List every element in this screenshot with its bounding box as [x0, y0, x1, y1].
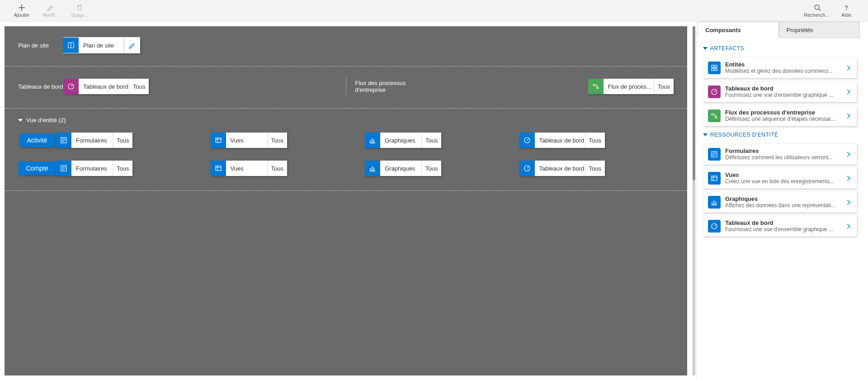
delete-button: Suppr...: [65, 2, 94, 20]
component-card[interactable]: Flux des processus d'entrepriseDéfinisse…: [703, 105, 857, 126]
entity-item-tile[interactable]: FormulairesTous: [56, 161, 132, 176]
dashboards-tile-label: Tableaux de bord: [79, 79, 129, 94]
pencil-icon: [47, 4, 54, 11]
sitemap-row: Plan de site Plan de site: [5, 26, 687, 66]
sitemap-tile[interactable]: Plan de site: [63, 37, 140, 53]
delete-label: Suppr...: [71, 12, 88, 18]
plus-icon: [18, 4, 25, 11]
dashboards-section-label: Tableaux de bord: [18, 83, 63, 90]
card-description: Modélisez et gérez des données commerci.…: [725, 68, 841, 74]
tile-label: Graphiques: [380, 133, 422, 148]
tile-badge: Tous: [422, 133, 441, 148]
tile-badge: Tous: [113, 161, 132, 176]
card-description: Définissez une séquence d'étapes nécessa…: [725, 116, 841, 122]
chart-icon: [365, 161, 380, 176]
chevron-down-icon: [18, 119, 23, 122]
card-description: Définissez comment les utilisateurs verr…: [725, 154, 841, 161]
canvas-area: Plan de site Plan de site Tableaux de bo…: [0, 22, 696, 380]
component-card[interactable]: Tableaux de bordFournissez une vue d'ens…: [703, 215, 857, 237]
card-title: Vues: [725, 171, 841, 178]
scrollbar[interactable]: [693, 26, 695, 375]
entity-item-tile[interactable]: VuesTous: [211, 161, 287, 176]
help-button[interactable]: Aide: [832, 2, 861, 20]
bpf-icon: [708, 109, 721, 122]
entity-item-tile[interactable]: Tableaux de bordTous: [519, 133, 605, 148]
chevron-right-icon: [841, 64, 852, 71]
tab-components[interactable]: Composants: [698, 22, 779, 38]
entity-section-header[interactable]: Vue d'entité (2): [5, 109, 687, 126]
component-card[interactable]: VuesCréez une vue en liste des enregistr…: [703, 167, 857, 189]
card-description: Créez une vue en liste des enregistremen…: [725, 178, 841, 185]
toolbar: Ajouter Modif... Suppr... Rechercher d..…: [0, 0, 868, 22]
view-icon: [708, 172, 721, 185]
bpf-tile[interactable]: Flux de proces... Tous: [588, 79, 674, 94]
tile-badge: Tous: [268, 161, 287, 176]
card-title: Formulaires: [725, 147, 841, 154]
card-description: Fournissez une vue d'ensemble graphique …: [725, 92, 841, 98]
dashboards-tile[interactable]: Tableaux de bord Tous: [63, 79, 149, 94]
chevron-right-icon: [841, 223, 852, 230]
entity-icon: [708, 62, 721, 74]
view-icon: [211, 161, 226, 176]
card-title: Graphiques: [725, 195, 841, 202]
card-description: Fournissez une vue d'ensemble graphique …: [725, 226, 841, 233]
sidebar-tabs: Composants Propriétés: [698, 22, 860, 38]
edit-sitemap-icon[interactable]: [124, 37, 140, 53]
tile-label: Tableaux de bord: [535, 161, 585, 176]
chevron-right-icon: [841, 88, 852, 95]
chevron-down-icon: [703, 133, 708, 136]
bpf-tile-label: Flux de proces...: [604, 79, 654, 94]
form-icon: [56, 161, 71, 176]
edit-button: Modif...: [36, 2, 65, 20]
card-title: Entités: [725, 61, 841, 68]
vertical-separator: [346, 77, 346, 95]
entity-item-tile[interactable]: Tableaux de bordTous: [519, 161, 605, 176]
sidebar-group-header[interactable]: ARTEFACTS: [702, 43, 858, 54]
dash-icon: [519, 133, 535, 148]
search-label: Rechercher d...: [804, 12, 831, 18]
tile-badge: Tous: [422, 161, 441, 176]
card-title: Flux des processus d'entreprise: [725, 109, 841, 116]
sidebar: Composants Propriétés ARTEFACTSEntitésMo…: [696, 22, 868, 380]
view-icon: [211, 133, 226, 148]
search-icon: [814, 4, 821, 11]
add-label: Ajouter: [14, 12, 30, 18]
component-card[interactable]: EntitésModélisez et gérez des données co…: [703, 57, 857, 78]
entity-item-tile[interactable]: GraphiquesTous: [365, 161, 441, 176]
dashboards-badge: Tous: [129, 79, 149, 94]
tile-label: Graphiques: [380, 161, 422, 176]
component-card[interactable]: GraphiquesAffichez des données dans une …: [703, 191, 857, 213]
chart-icon: [365, 133, 380, 148]
card-title: Tableaux de bord: [725, 85, 841, 92]
entity-item-tile[interactable]: FormulairesTous: [56, 133, 132, 148]
component-card[interactable]: Tableaux de bordFournissez une vue d'ens…: [703, 81, 857, 102]
entity-row: CompteFormulairesTousVuesTousGraphiquesT…: [5, 154, 687, 182]
search-button[interactable]: Rechercher d...: [803, 2, 832, 20]
add-button[interactable]: Ajouter: [7, 2, 36, 20]
group-title: ARTEFACTS: [710, 45, 744, 52]
tile-label: Formulaires: [71, 161, 113, 176]
entity-row: ActivitéFormulairesTousVuesTousGraphique…: [5, 126, 687, 154]
entity-section-label: Vue d'entité (2): [26, 117, 66, 124]
entity-item-tile[interactable]: GraphiquesTous: [365, 133, 441, 148]
sidebar-group-header[interactable]: RESSOURCES D'ENTITÉ: [702, 129, 858, 141]
designer-canvas[interactable]: Plan de site Plan de site Tableaux de bo…: [5, 26, 687, 375]
chevron-right-icon: [841, 151, 852, 158]
chevron-right-icon: [841, 175, 852, 182]
tile-badge: Tous: [585, 133, 605, 148]
entity-item-tile[interactable]: VuesTous: [211, 133, 287, 148]
tile-badge: Tous: [268, 133, 287, 148]
tile-label: Tableaux de bord: [535, 133, 585, 148]
chevron-right-icon: [841, 199, 852, 206]
tab-properties[interactable]: Propriétés: [779, 22, 860, 38]
help-icon: [843, 4, 850, 11]
flow-icon: [588, 79, 604, 94]
entity-button[interactable]: Activité: [19, 133, 55, 147]
form-icon: [708, 148, 721, 161]
component-card[interactable]: FormulairesDéfinissez comment les utilis…: [703, 143, 857, 165]
entity-button[interactable]: Compte: [19, 162, 55, 175]
form-icon: [56, 133, 71, 148]
tile-label: Vues: [226, 133, 268, 148]
chevron-right-icon: [841, 112, 852, 119]
card-title: Tableaux de bord: [725, 219, 841, 226]
